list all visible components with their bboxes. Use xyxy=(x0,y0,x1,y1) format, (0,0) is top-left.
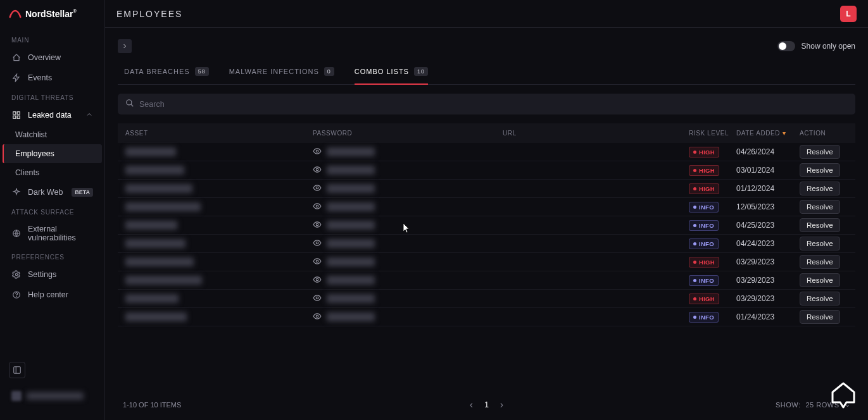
col-password[interactable]: PASSWORD xyxy=(313,130,503,137)
toggle-label: Show only open xyxy=(802,42,855,51)
sidebar-item-events[interactable]: Events xyxy=(0,68,104,88)
col-date[interactable]: DATE ADDED ▾ xyxy=(736,130,800,137)
collapse-sidebar-button[interactable] xyxy=(9,362,25,378)
show-open-toggle[interactable] xyxy=(777,41,795,51)
user-chip[interactable] xyxy=(9,387,96,405)
tab-data-breaches[interactable]: DATA BREACHES58 xyxy=(124,67,209,85)
grid-icon xyxy=(11,110,22,120)
resolve-button[interactable]: Resolve xyxy=(800,273,840,287)
eye-icon[interactable] xyxy=(313,312,322,323)
sidebar-item-overview[interactable]: Overview xyxy=(0,47,104,68)
sidebar-item-settings[interactable]: Settings xyxy=(0,264,104,285)
resolve-button[interactable]: Resolve xyxy=(800,145,840,159)
pagination-summary: 1-10 OF 10 ITEMS xyxy=(123,401,181,409)
risk-badge: HIGH xyxy=(689,165,719,176)
svg-point-15 xyxy=(316,205,318,207)
sidebar-item-employees[interactable]: Employees xyxy=(3,144,102,163)
table-row[interactable]: HIGH04/26/2024Resolve xyxy=(118,143,855,161)
avatar-button[interactable]: L xyxy=(840,6,857,22)
table-row[interactable]: INFO03/29/2023Resolve xyxy=(118,271,855,290)
chat-widget-button[interactable] xyxy=(826,378,860,412)
eye-icon[interactable] xyxy=(313,165,322,176)
asset-redacted xyxy=(125,257,194,266)
sidebar-item-help[interactable]: Help center xyxy=(0,285,104,305)
password-redacted xyxy=(327,184,375,193)
table-row[interactable]: INFO01/24/2023Resolve xyxy=(118,308,855,326)
resolve-button[interactable]: Resolve xyxy=(800,237,840,250)
prev-page-button[interactable]: ‹ xyxy=(470,399,473,411)
expand-filter-button[interactable] xyxy=(118,39,132,53)
col-asset[interactable]: ASSET xyxy=(123,130,313,137)
sidebar-item-clients[interactable]: Clients xyxy=(0,163,104,182)
svg-point-20 xyxy=(316,297,318,299)
table-row[interactable]: INFO12/05/2023Resolve xyxy=(118,198,855,216)
sidebar-item-leaked-data[interactable]: Leaked data xyxy=(0,105,104,125)
section-prefs: PREFERENCES xyxy=(0,247,104,264)
date-cell: 03/01/2024 xyxy=(736,166,800,175)
tab-malware-infections[interactable]: MALWARE INFECTIONS0 xyxy=(229,67,334,85)
nav-label: Employees xyxy=(15,149,54,158)
table-row[interactable]: HIGH03/29/2023Resolve xyxy=(118,253,855,271)
tab-combo-lists[interactable]: COMBO LISTS10 xyxy=(355,67,428,85)
resolve-button[interactable]: Resolve xyxy=(800,218,840,232)
table-row[interactable]: HIGH03/01/2024Resolve xyxy=(118,161,855,180)
eye-icon[interactable] xyxy=(313,238,322,249)
resolve-button[interactable]: Resolve xyxy=(800,255,840,269)
col-risk[interactable]: RISK LEVEL xyxy=(689,130,736,137)
section-main: MAIN xyxy=(0,30,104,47)
table-footer: 1-10 OF 10 ITEMS ‹ 1 › SHOW: 25 rows ⌄ xyxy=(118,389,855,409)
sidebar-item-watchlist[interactable]: Watchlist xyxy=(0,125,104,144)
eye-icon[interactable] xyxy=(313,220,322,231)
eye-icon[interactable] xyxy=(313,147,322,158)
gear-icon xyxy=(11,269,22,280)
help-icon xyxy=(11,290,22,300)
password-redacted xyxy=(327,239,375,248)
resolve-button[interactable]: Resolve xyxy=(800,200,840,214)
table-row[interactable]: INFO04/25/2023Resolve xyxy=(118,216,855,235)
topbar: EMPLOYEES L xyxy=(105,0,868,28)
svg-rect-1 xyxy=(17,112,20,114)
sparkle-icon xyxy=(11,187,22,197)
eye-icon[interactable] xyxy=(313,275,322,286)
password-redacted xyxy=(327,166,375,175)
table-row[interactable]: INFO04/24/2023Resolve xyxy=(118,235,855,253)
eye-icon[interactable] xyxy=(313,257,322,268)
beta-badge: BETA xyxy=(72,188,93,197)
resolve-button[interactable]: Resolve xyxy=(800,182,840,195)
nav-label: Leaked data xyxy=(28,111,72,120)
next-page-button[interactable]: › xyxy=(500,399,503,411)
sidebar-item-external-vuln[interactable]: External vulnerabilities xyxy=(0,219,104,247)
password-redacted xyxy=(327,276,375,285)
search-input[interactable] xyxy=(139,100,848,109)
content: Show only open DATA BREACHES58MALWARE IN… xyxy=(105,28,868,420)
svg-point-21 xyxy=(316,315,318,318)
resolve-button[interactable]: Resolve xyxy=(800,163,840,177)
risk-badge: HIGH xyxy=(689,257,719,268)
nav-label: Settings xyxy=(28,270,56,279)
brand-icon xyxy=(9,9,22,18)
date-cell: 04/24/2023 xyxy=(736,239,800,248)
tab-count: 10 xyxy=(414,67,428,76)
tab-count: 58 xyxy=(195,67,209,76)
risk-badge: HIGH xyxy=(689,147,719,158)
svg-point-19 xyxy=(316,278,318,281)
chevron-right-icon xyxy=(121,42,129,50)
risk-badge: HIGH xyxy=(689,293,719,304)
password-redacted xyxy=(327,202,375,211)
data-table: ASSET PASSWORD URL RISK LEVEL DATE ADDED… xyxy=(118,123,855,389)
table-row[interactable]: HIGH01/12/2024Resolve xyxy=(118,180,855,198)
asset-redacted xyxy=(125,166,184,175)
sidebar-item-dark-web[interactable]: Dark Web BETA xyxy=(0,182,104,202)
eye-icon[interactable] xyxy=(313,293,322,304)
sidebar: NordStellar® MAIN Overview Events DIGITA… xyxy=(0,0,105,420)
table-row[interactable]: HIGH03/29/2023Resolve xyxy=(118,290,855,308)
resolve-button[interactable]: Resolve xyxy=(800,310,840,324)
user-name-redacted xyxy=(27,392,84,400)
search-bar[interactable] xyxy=(118,94,855,114)
resolve-button[interactable]: Resolve xyxy=(800,292,840,306)
eye-icon[interactable] xyxy=(313,202,322,213)
col-url[interactable]: URL xyxy=(503,130,689,137)
eye-icon[interactable] xyxy=(313,183,322,194)
asset-redacted xyxy=(125,221,177,230)
asset-redacted xyxy=(125,202,201,211)
